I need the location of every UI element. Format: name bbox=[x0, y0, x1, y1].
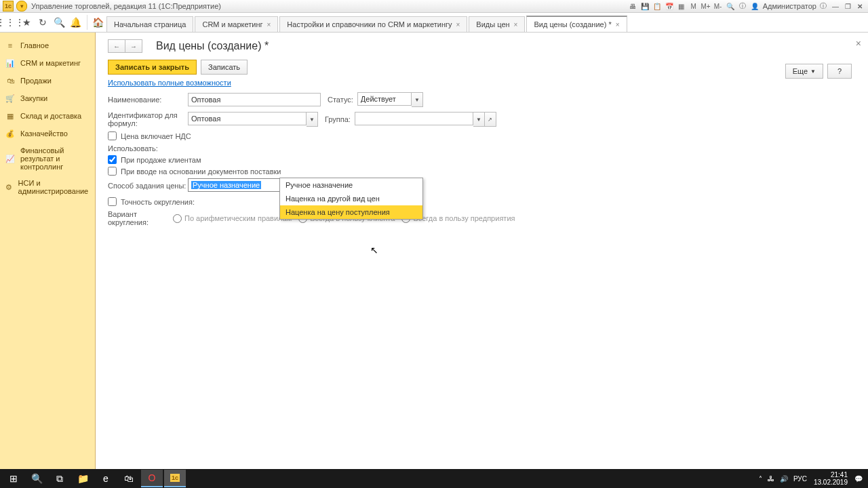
sidebar-item[interactable]: 🛒Закупки bbox=[0, 89, 95, 107]
tb-user-icon: 👤 bbox=[749, 1, 760, 11]
main-area: ≡Главное📊CRM и маркетинг🛍Продажи🛒Закупки… bbox=[0, 33, 868, 470]
1c-taskbar-icon[interactable]: 1c bbox=[164, 470, 186, 487]
sale-checkbox[interactable] bbox=[108, 155, 117, 164]
window-close[interactable]: ✕ bbox=[854, 1, 865, 11]
apps-icon[interactable]: ⋮⋮⋮ bbox=[3, 15, 18, 30]
search-icon[interactable]: 🔍 bbox=[52, 15, 66, 30]
task-view-icon[interactable]: ⧉ bbox=[49, 470, 71, 487]
supply-checkbox[interactable] bbox=[108, 167, 117, 176]
window-maximize[interactable]: ❐ bbox=[842, 1, 853, 11]
tb-m2-icon[interactable]: M+ bbox=[701, 1, 711, 11]
sidebar-item[interactable]: 📊CRM и маркетинг bbox=[0, 54, 95, 72]
tb-zoom-icon[interactable]: 🔍 bbox=[725, 1, 736, 11]
method-label: Способ задания цены: bbox=[108, 182, 188, 190]
tab[interactable]: Настройки и справочники по CRM и маркети… bbox=[279, 16, 467, 32]
sidebar-label: CRM и маркетинг bbox=[20, 59, 81, 67]
main-toolbar: ⋮⋮⋮ ★ ↻ 🔍 🔔 🏠 Начальная страницаCRM и ма… bbox=[0, 13, 868, 33]
tab[interactable]: CRM и маркетинг× bbox=[195, 16, 278, 32]
tb-save-icon[interactable]: 💾 bbox=[639, 1, 650, 11]
tab-close-icon[interactable]: × bbox=[616, 21, 620, 28]
tray-notify-icon[interactable]: 💬 bbox=[854, 475, 863, 483]
tab[interactable]: Виды цен× bbox=[469, 16, 525, 32]
sidebar-item[interactable]: ▦Склад и доставка bbox=[0, 107, 95, 125]
tb-notify-icon[interactable]: ⓘ bbox=[818, 1, 829, 11]
name-input[interactable] bbox=[188, 93, 321, 106]
sidebar-label: НСИ и администрирование bbox=[18, 179, 90, 195]
vat-checkbox[interactable] bbox=[108, 131, 117, 140]
dropdown-option[interactable]: Наценка на другой вид цен bbox=[280, 192, 422, 205]
sidebar-icon: 🛒 bbox=[5, 94, 15, 103]
page-title: Вид цены (создание) * bbox=[156, 40, 269, 52]
user-label: Администратор bbox=[763, 2, 816, 10]
sidebar-icon: 🛍 bbox=[5, 76, 15, 85]
tray-net-icon[interactable]: 🖧 bbox=[768, 475, 774, 483]
bell-icon[interactable]: 🔔 bbox=[68, 15, 83, 30]
history-icon[interactable]: ↻ bbox=[35, 15, 50, 30]
round-label: Точность округления: bbox=[121, 198, 195, 206]
opera-icon[interactable]: O bbox=[141, 470, 163, 487]
page-close-icon[interactable]: × bbox=[856, 38, 861, 49]
sidebar-item[interactable]: ⚙НСИ и администрирование bbox=[0, 175, 95, 199]
sidebar: ≡Главное📊CRM и маркетинг🛍Продажи🛒Закупки… bbox=[0, 33, 96, 470]
sidebar-label: Главное bbox=[20, 41, 49, 49]
sidebar-icon: 📈 bbox=[5, 154, 15, 163]
nav-fwd-button[interactable]: → bbox=[125, 39, 142, 53]
tab-close-icon[interactable]: × bbox=[267, 21, 271, 28]
start-button[interactable]: ⊞ bbox=[3, 470, 24, 487]
favorite-icon[interactable]: ★ bbox=[19, 15, 34, 30]
round-arith-radio[interactable] bbox=[173, 214, 182, 223]
more-button[interactable]: Еще ▼ bbox=[785, 64, 823, 79]
supply-label: При вводе на основании документов постав… bbox=[121, 167, 281, 176]
tb-m1-icon[interactable]: M bbox=[688, 1, 699, 11]
tray-lang[interactable]: РУС bbox=[793, 475, 807, 483]
explorer-icon[interactable]: 📁 bbox=[72, 470, 94, 487]
tab[interactable]: Вид цены (создание) *× bbox=[526, 16, 627, 32]
save-close-button[interactable]: Записать и закрыть bbox=[108, 60, 197, 75]
sidebar-item[interactable]: 🛍Продажи bbox=[0, 72, 95, 89]
group-dropdown-icon[interactable]: ▼ bbox=[473, 112, 485, 127]
tb-copy-icon[interactable]: 📋 bbox=[652, 1, 663, 11]
home-icon[interactable]: 🏠 bbox=[90, 15, 105, 30]
save-button[interactable]: Записать bbox=[201, 60, 248, 75]
tb-info-icon[interactable]: ⓘ bbox=[737, 1, 748, 11]
tb-calendar-icon[interactable]: 📅 bbox=[664, 1, 675, 11]
tray-clock[interactable]: 21:41 13.02.2019 bbox=[814, 471, 848, 486]
mouse-cursor: ↖ bbox=[370, 245, 378, 256]
group-input[interactable] bbox=[355, 112, 473, 125]
sidebar-label: Продажи bbox=[20, 77, 52, 85]
window-minimize[interactable]: — bbox=[830, 1, 841, 11]
tray-vol-icon[interactable]: 🔊 bbox=[780, 475, 788, 483]
nav-back-button[interactable]: ← bbox=[108, 39, 125, 53]
edge-icon[interactable]: e bbox=[95, 470, 117, 487]
full-options-link[interactable]: Использовать полные возможности bbox=[108, 79, 231, 87]
tab-close-icon[interactable]: × bbox=[514, 21, 518, 28]
sidebar-label: Склад и доставка bbox=[20, 112, 81, 120]
group-label: Группа: bbox=[325, 115, 351, 123]
dropdown-option[interactable]: Ручное назначение bbox=[280, 178, 422, 192]
titlebar-nav-icon[interactable]: ▾ bbox=[16, 1, 27, 12]
sidebar-label: Закупки bbox=[20, 94, 47, 102]
tb-m3-icon[interactable]: M- bbox=[713, 1, 724, 11]
tab[interactable]: Начальная страница bbox=[106, 16, 193, 32]
method-dropdown-list: Ручное назначениеНаценка на другой вид ц… bbox=[279, 178, 423, 220]
group-open-icon[interactable]: ↗ bbox=[485, 112, 496, 127]
id-input[interactable] bbox=[188, 112, 307, 125]
sidebar-item[interactable]: ≡Главное bbox=[0, 37, 95, 54]
status-dropdown-icon[interactable]: ▼ bbox=[412, 92, 423, 107]
tray-up-icon[interactable]: ˄ bbox=[759, 475, 762, 483]
id-dropdown-icon[interactable]: ▼ bbox=[307, 112, 318, 127]
help-button[interactable]: ? bbox=[827, 64, 852, 79]
sidebar-icon: ≡ bbox=[5, 41, 15, 50]
sidebar-item[interactable]: 📈Финансовый результат и контроллинг bbox=[0, 142, 95, 175]
tb-calc-icon[interactable]: ▦ bbox=[676, 1, 687, 11]
dropdown-option[interactable]: Наценка на цену поступления bbox=[280, 205, 422, 219]
store-icon[interactable]: 🛍 bbox=[118, 470, 140, 487]
round-checkbox[interactable] bbox=[108, 197, 117, 206]
tab-close-icon[interactable]: × bbox=[456, 21, 460, 28]
sidebar-icon: 📊 bbox=[5, 58, 15, 68]
sidebar-label: Финансовый результат и контроллинг bbox=[20, 146, 90, 171]
tb-print-icon[interactable]: 🖶 bbox=[627, 1, 638, 11]
sidebar-item[interactable]: 💰Казначейство bbox=[0, 125, 95, 142]
taskbar-search-icon[interactable]: 🔍 bbox=[26, 470, 47, 487]
status-combo[interactable] bbox=[357, 92, 412, 106]
